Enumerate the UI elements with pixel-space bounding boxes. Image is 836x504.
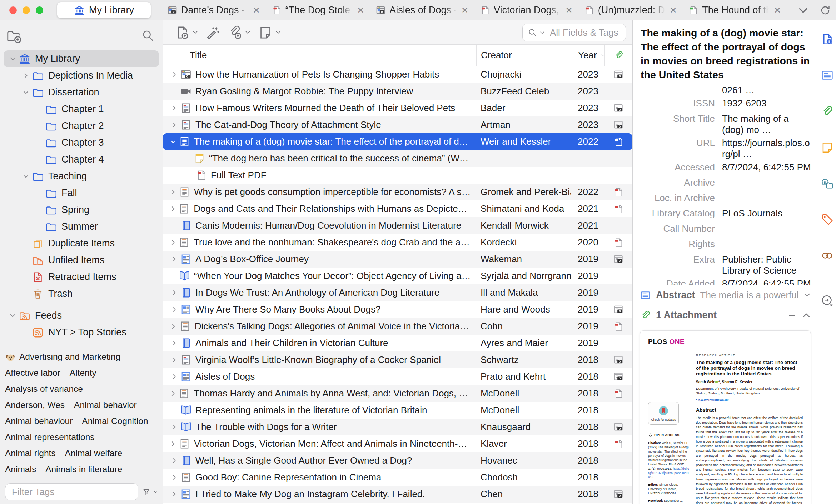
- tag[interactable]: Animal welfare: [65, 445, 123, 461]
- list-item-row[interactable]: Ryan Gosling & Margot Robbie: The Puppy …: [163, 83, 632, 100]
- collapse-section-icon[interactable]: [802, 311, 811, 320]
- tag[interactable]: Animal behavior: [74, 397, 137, 413]
- list-item-row[interactable]: “When Your Dog Matches Your Decor”: Obje…: [163, 268, 632, 284]
- tab[interactable]: Dante’s Dogs - Mang ✕: [161, 0, 265, 20]
- list-item-row[interactable]: Aisles of Dogs Prato and Kehrt 2018: [163, 368, 632, 385]
- twisty-icon[interactable]: [20, 89, 32, 96]
- tag[interactable]: Analysis of variance: [5, 381, 83, 397]
- list-item-row[interactable]: How Famous Writers Mourned the Death of …: [163, 100, 632, 116]
- twisty-icon[interactable]: [6, 55, 19, 62]
- sidebar-item[interactable]: Depictions In Media: [4, 67, 159, 84]
- list-item-row[interactable]: Dogs and Cats and Their Relationships wi…: [163, 200, 632, 217]
- sidebar-item[interactable]: My Library: [4, 50, 159, 67]
- close-tab-icon[interactable]: ✕: [564, 5, 574, 15]
- twisty-icon[interactable]: [168, 239, 178, 246]
- list-item-row[interactable]: Dickens's Talking Dogs: Allegories of An…: [163, 318, 632, 335]
- field-value[interactable]: [722, 175, 812, 177]
- sidebar-item[interactable]: Feeds: [4, 307, 159, 324]
- close-tab-icon[interactable]: ✕: [355, 5, 365, 15]
- close-tab-icon[interactable]: ✕: [252, 5, 262, 15]
- sidebar-item[interactable]: Teaching: [4, 168, 159, 185]
- column-header-creator[interactable]: Creator: [476, 45, 571, 66]
- column-header-year[interactable]: Year: [571, 45, 604, 66]
- tag[interactable]: Animal representations: [5, 429, 95, 445]
- tag[interactable]: Anderson, Wes: [5, 397, 65, 413]
- twisty-icon[interactable]: [168, 340, 180, 346]
- chevron-down-icon[interactable]: [803, 291, 811, 299]
- list-item-row[interactable]: The Trouble with Dogs for a Writer Knaus…: [163, 419, 632, 435]
- sidebar-item[interactable]: Chapter 3: [4, 134, 159, 151]
- twisty-icon[interactable]: [168, 323, 179, 330]
- pdf-preview[interactable]: PLOS ONE Check for updates OPEN ACCESS C…: [640, 330, 811, 504]
- close-window-button[interactable]: [9, 6, 17, 14]
- list-item-row[interactable]: Good Boy: Canine Representation in Cinem…: [163, 469, 632, 486]
- list-item-row[interactable]: Canis Modernis: Human/Dog Coevolution in…: [163, 217, 632, 234]
- twisty-icon[interactable]: [20, 173, 32, 180]
- twisty-icon[interactable]: [168, 306, 180, 313]
- column-header-title[interactable]: Title: [163, 45, 476, 66]
- sidebar-item[interactable]: Fall: [4, 185, 159, 201]
- tag[interactable]: Animal behaviour: [5, 413, 73, 429]
- twisty-icon[interactable]: [168, 289, 180, 296]
- field-value[interactable]: PLoS Journals: [722, 206, 812, 219]
- field-value[interactable]: 1932-6203: [722, 96, 812, 109]
- twisty-icon[interactable]: [6, 312, 19, 319]
- list-item-row[interactable]: How the Humanization of Pets Is Changing…: [163, 66, 632, 83]
- locate-button[interactable]: [821, 294, 834, 309]
- libraries-collections-pane-button[interactable]: [821, 177, 834, 191]
- list-item-row[interactable]: Representing animals in the literature o…: [163, 402, 632, 419]
- tab[interactable]: “The Dog Stole the P ✕: [265, 0, 369, 20]
- attachments-pane-button[interactable]: [821, 105, 834, 119]
- new-item-button[interactable]: [175, 25, 198, 40]
- item-title-header[interactable]: The making of a (dog) movie star: The ef…: [633, 20, 818, 87]
- tag[interactable]: Advertising and Marketing: [5, 349, 120, 365]
- new-note-button[interactable]: [258, 25, 281, 40]
- list-item-row[interactable]: True love and the nonhuman: Shakespeare'…: [163, 234, 632, 251]
- chevron-down-icon[interactable]: [153, 489, 158, 495]
- list-item-row[interactable]: Why is pet goods consumption imperceptib…: [163, 184, 632, 200]
- tag[interactable]: anthropomorphism: [75, 477, 148, 480]
- close-tab-icon[interactable]: ✕: [772, 5, 782, 15]
- field-value[interactable]: 8/7/2024, 6:42:55 PM: [722, 160, 812, 173]
- abstract-pane-button[interactable]: [821, 69, 834, 83]
- search-scope-chevron-icon[interactable]: [539, 30, 545, 35]
- tag[interactable]: Animals in literature: [45, 461, 122, 477]
- twisty-icon[interactable]: [168, 373, 180, 380]
- add-attachment-button[interactable]: [228, 25, 251, 40]
- sidebar-item[interactable]: Duplicate Items: [4, 235, 159, 252]
- tab[interactable]: Aisles of Dogs - Prat ✕: [369, 0, 473, 20]
- new-collection-button[interactable]: [6, 28, 22, 44]
- search-input[interactable]: [550, 27, 621, 38]
- sidebar-item[interactable]: Retracted Items: [4, 269, 159, 285]
- field-value[interactable]: https://journals.plos.org/pl …: [722, 135, 812, 160]
- field-value[interactable]: [722, 221, 812, 223]
- twisty-icon[interactable]: [168, 256, 180, 263]
- abstract-section-header[interactable]: Abstract The media is a powerful forc…: [633, 285, 818, 305]
- list-item-row[interactable]: Full Text PDF: [163, 167, 632, 184]
- tab-my-library[interactable]: My Library: [57, 2, 151, 18]
- twisty-icon[interactable]: [168, 424, 180, 430]
- column-header-attachment[interactable]: [604, 45, 632, 66]
- field-value[interactable]: [722, 236, 812, 239]
- field-value[interactable]: [722, 190, 812, 193]
- tab[interactable]: The Hound of the Ba ✕: [682, 0, 786, 20]
- twisty-icon[interactable]: [20, 72, 32, 79]
- list-item-row[interactable]: Animals and Their Children in Victorian …: [163, 335, 632, 351]
- tag[interactable]: Alterity: [70, 365, 96, 381]
- attachments-section-header[interactable]: 1 Attachment: [633, 305, 818, 325]
- tags-pane-button[interactable]: [821, 213, 834, 228]
- minimize-window-button[interactable]: [23, 6, 30, 14]
- tag[interactable]: Animal Cognition: [82, 413, 148, 429]
- list-item-row[interactable]: “The dog hero has been critical to the s…: [163, 150, 632, 167]
- sidebar-item[interactable]: Chapter 4: [4, 151, 159, 168]
- list-item-row[interactable]: I Tried to Make My Dog an Instagram Cele…: [163, 486, 632, 503]
- twisty-icon[interactable]: [168, 138, 179, 145]
- zoom-window-button[interactable]: [36, 6, 43, 14]
- tab-overflow-chevron-icon[interactable]: [797, 5, 809, 16]
- sidebar-item[interactable]: Spring: [4, 201, 159, 218]
- add-by-identifier-button[interactable]: [205, 25, 220, 40]
- tag-filter-icon[interactable]: [143, 486, 150, 498]
- twisty-icon[interactable]: [168, 205, 178, 212]
- notes-pane-button[interactable]: [821, 141, 834, 155]
- twisty-icon[interactable]: [168, 390, 178, 397]
